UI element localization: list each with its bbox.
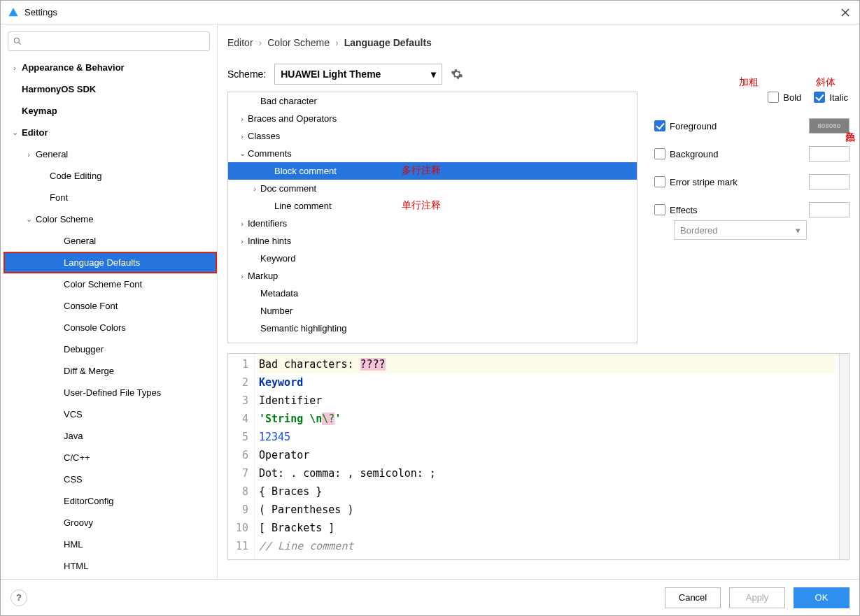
sidebar-item-label: Code Editing	[48, 171, 101, 181]
sidebar-item[interactable]: Console Colors	[3, 317, 217, 338]
foreground-label: Foreground	[670, 121, 717, 131]
close-button[interactable]	[838, 6, 852, 20]
category-item-label: Block comment	[274, 166, 337, 176]
category-item-label: Line comment	[274, 201, 332, 211]
sidebar-item[interactable]: User-Defined File Types	[3, 382, 217, 403]
scheme-select[interactable]: HUAWEI Light Theme ▾	[274, 64, 442, 85]
category-item[interactable]: Number	[228, 302, 637, 320]
bold-checkbox[interactable]	[768, 92, 779, 103]
preview-number: 12345	[259, 431, 290, 443]
line-number: 2	[228, 373, 248, 392]
sidebar-item[interactable]: Keymap	[3, 100, 217, 122]
sidebar-item[interactable]: Color Scheme Font	[3, 273, 217, 295]
line-number: 11	[228, 537, 248, 555]
crumb-color-scheme[interactable]: Color Scheme	[267, 37, 330, 48]
error-stripe-color-swatch[interactable]	[809, 174, 850, 189]
background-label: Background	[670, 149, 718, 159]
category-item-label: Doc comment	[260, 183, 316, 194]
italic-checkbox[interactable]	[814, 92, 825, 103]
category-item[interactable]: Block comment	[228, 162, 637, 180]
sidebar-item[interactable]: ›General	[3, 143, 217, 165]
sidebar-item-label: HTML	[62, 561, 88, 571]
breadcrumb: Editor › Color Scheme › Language Default…	[227, 31, 850, 54]
sidebar-item[interactable]: General	[3, 230, 217, 252]
sidebar-item[interactable]: ›Appearance & Behavior	[3, 57, 217, 78]
category-item[interactable]: Bad character	[228, 92, 637, 110]
sidebar-item-label: Diff & Merge	[62, 366, 114, 376]
preview-punct: Dot: . comma: , semicolon: ;	[259, 467, 436, 480]
error-stripe-label: Error stripe mark	[670, 177, 738, 187]
code-area[interactable]: Bad characters: ???? Keyword Identifier …	[255, 354, 839, 559]
code-preview: 1234567891011 Bad characters: ???? Keywo…	[227, 353, 850, 560]
error-stripe-checkbox[interactable]	[654, 176, 665, 187]
category-item[interactable]: Metadata	[228, 285, 637, 302]
preview-invalid-escape: \?	[322, 413, 334, 425]
italic-label: Italic	[829, 92, 848, 103]
preview-text: Bad characters:	[259, 358, 360, 371]
category-list[interactable]: Bad character›Braces and Operators›Class…	[227, 92, 637, 343]
category-item-label: Inline hints	[248, 236, 291, 246]
sidebar-item[interactable]: Console Font	[3, 295, 217, 317]
sidebar-item[interactable]: Font	[3, 187, 217, 208]
sidebar-item[interactable]: EditorConfig	[3, 490, 217, 512]
line-number: 9	[228, 501, 248, 519]
sidebar-item-label: Debugger	[62, 344, 104, 354]
chevron-right-icon: ›	[335, 37, 339, 48]
background-color-swatch[interactable]	[809, 146, 850, 162]
background-checkbox[interactable]	[654, 148, 665, 159]
chevron-right-icon: ›	[259, 37, 262, 48]
crumb-editor[interactable]: Editor	[227, 37, 253, 48]
cancel-button[interactable]: Cancel	[665, 587, 721, 608]
foreground-checkbox[interactable]	[654, 120, 665, 131]
category-item[interactable]: Keyword	[228, 250, 637, 267]
sidebar-item-label: HML	[62, 539, 83, 550]
chevron-icon: ›	[9, 64, 20, 72]
category-item[interactable]: Semantic highlighting	[228, 320, 637, 337]
help-button[interactable]: ?	[10, 589, 27, 606]
ok-button[interactable]: OK	[794, 587, 850, 608]
sidebar-item[interactable]: Debugger	[3, 338, 217, 360]
sidebar-item[interactable]: Diff & Merge	[3, 360, 217, 382]
sidebar-item[interactable]: Code Editing	[3, 165, 217, 187]
category-item[interactable]: ⌄Comments	[228, 145, 637, 162]
search-input[interactable]	[27, 36, 205, 47]
sidebar-item[interactable]: ⌄Editor	[3, 122, 217, 143]
apply-button[interactable]: Apply	[729, 587, 785, 608]
category-item[interactable]: ›Doc comment	[228, 180, 637, 197]
category-item[interactable]: ›Inline hints	[228, 232, 637, 250]
sidebar-item[interactable]: HTML	[3, 555, 217, 577]
sidebar-item[interactable]: C/C++	[3, 447, 217, 468]
chevron-icon: ›	[237, 237, 248, 245]
window-title: Settings	[24, 7, 838, 17]
effects-color-swatch[interactable]	[809, 202, 850, 217]
sidebar-item[interactable]: Groovy	[3, 512, 217, 533]
line-number: 6	[228, 446, 248, 464]
search-input-wrapper[interactable]	[8, 31, 210, 51]
sidebar-item[interactable]: Java	[3, 425, 217, 447]
sidebar-item[interactable]: VCS	[3, 403, 217, 425]
scrollbar[interactable]	[839, 354, 849, 559]
gear-icon[interactable]	[451, 68, 463, 80]
sidebar-item-label: Appearance & Behavior	[20, 62, 125, 73]
effects-checkbox[interactable]	[654, 204, 665, 215]
sidebar-item[interactable]: HarmonyOS SDK	[3, 78, 217, 100]
category-item[interactable]: ›Braces and Operators	[228, 110, 637, 127]
sidebar-item[interactable]: ⌄Color Scheme	[3, 208, 217, 230]
sidebar-item[interactable]: HML	[3, 533, 217, 555]
sidebar-item-label: User-Defined File Types	[62, 387, 161, 398]
sidebar-item-label: Color Scheme Font	[62, 279, 142, 289]
foreground-color-swatch[interactable]: 808080	[809, 118, 850, 134]
sidebar-item[interactable]: Language Defaults	[3, 252, 217, 273]
chevron-icon: ›	[237, 115, 248, 123]
category-item[interactable]: ›Classes	[228, 127, 637, 145]
gutter: 1234567891011	[228, 354, 255, 559]
chevron-down-icon: ▾	[796, 225, 801, 236]
category-item[interactable]: ›Markup	[228, 267, 637, 285]
line-number: 10	[228, 519, 248, 537]
category-item[interactable]: ›Identifiers	[228, 215, 637, 232]
effects-label: Effects	[670, 205, 698, 215]
settings-sidebar: ›Appearance & BehaviorHarmonyOS SDKKeyma…	[1, 24, 218, 579]
category-item[interactable]: Line comment	[228, 197, 637, 215]
effects-type-select[interactable]: Bordered ▾	[674, 220, 807, 240]
sidebar-item[interactable]: CSS	[3, 468, 217, 490]
